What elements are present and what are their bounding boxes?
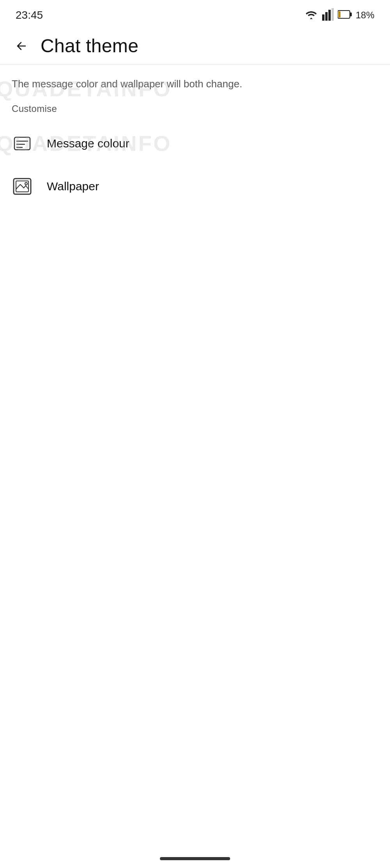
wallpaper-icon — [12, 176, 33, 197]
status-bar: 23:45 18% — [0, 0, 390, 27]
bottom-nav-bar — [160, 857, 230, 860]
battery-percentage: 18% — [356, 10, 374, 21]
wallpaper-item[interactable]: Wallpaper — [0, 165, 390, 208]
page-header: Chat theme — [0, 27, 390, 64]
back-button[interactable] — [12, 36, 31, 56]
svg-rect-5 — [350, 12, 352, 16]
watermark-2: QUADETAINFO — [0, 131, 172, 156]
customise-section-label: Customise — [0, 99, 390, 122]
svg-rect-6 — [339, 11, 340, 18]
wifi-icon — [304, 9, 318, 21]
page-title: Chat theme — [41, 35, 138, 57]
signal-icon — [322, 8, 334, 22]
battery-icon — [338, 9, 352, 21]
status-time: 23:45 — [16, 9, 43, 21]
svg-point-14 — [25, 182, 27, 185]
watermark-1: QUADETAINFO — [0, 76, 172, 101]
status-icons: 18% — [304, 8, 374, 22]
svg-rect-1 — [325, 12, 328, 21]
wallpaper-label: Wallpaper — [47, 180, 99, 193]
svg-rect-0 — [322, 14, 324, 21]
svg-rect-2 — [328, 10, 331, 21]
svg-rect-3 — [332, 8, 334, 21]
